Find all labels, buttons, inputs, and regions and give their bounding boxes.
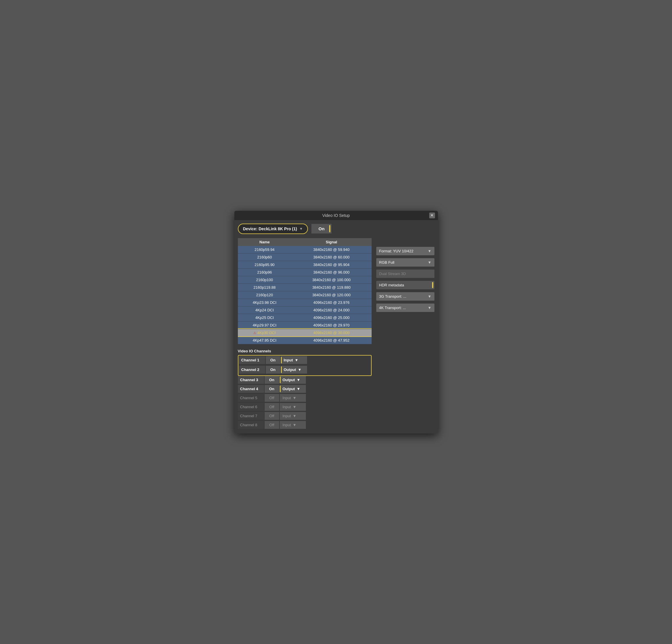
table-row[interactable]: 4Kp29.97 DCI4096x2160 @ 29.970 [238, 321, 372, 329]
channel-type-button[interactable]: Output ▼ [280, 385, 306, 393]
table-cell-name: 2160p95.90 [238, 261, 292, 268]
channel-status[interactable]: Off [265, 403, 279, 411]
table-cell-name: 4Kp29.97 DCI [238, 321, 292, 329]
channel-status[interactable]: Off [265, 394, 279, 402]
channel-row: Channel 2OnOutput ▼ [239, 366, 371, 374]
channels-title: Video IO Channels [238, 349, 372, 353]
table-row[interactable]: 2160p119.883840x2160 @ 119.880 [238, 283, 372, 291]
signal-table: Name Signal 2160p59.943840x2160 @ 59.940… [238, 238, 372, 344]
colorspace-dropdown[interactable]: RGB Full ▼ [376, 258, 434, 267]
channel-name: Channel 7 [238, 412, 264, 420]
channel-type-button[interactable]: Output ▼ [280, 376, 306, 384]
channel-name: Channel 2 [239, 366, 265, 374]
hdr-button[interactable]: HDR metadata [376, 281, 434, 289]
channel-name: Channel 6 [238, 403, 264, 411]
device-label: Device: DeckLink 8K Pro (1) [243, 227, 297, 231]
table-row[interactable]: 2160p95.903840x2160 @ 95.904 [238, 261, 372, 268]
transport-3g-dropdown[interactable]: 3G Transport: ... ▼ [376, 292, 434, 301]
format-arrow: ▼ [428, 249, 432, 253]
channel-type-arrow: ▼ [292, 405, 296, 409]
close-button[interactable]: ✕ [429, 212, 435, 218]
format-label: Format: YUV 10/422 [379, 249, 413, 253]
channels-section: Video IO Channels Channel 1OnInput ▼Chan… [238, 349, 372, 429]
channel-name: Channel 1 [239, 356, 265, 364]
table-row[interactable]: 2160p59.943840x2160 @ 59.940 [238, 246, 372, 254]
colorspace-arrow: ▼ [428, 260, 432, 265]
table-cell-signal: 3840x2160 @ 120.000 [291, 291, 371, 299]
table-row[interactable]: 2160p963840x2160 @ 96.000 [238, 268, 372, 276]
signal-table-wrapper[interactable]: Name Signal 2160p59.943840x2160 @ 59.940… [238, 238, 372, 344]
table-cell-signal: 3840x2160 @ 100.000 [291, 276, 371, 283]
channel-status[interactable]: Off [265, 421, 279, 429]
table-cell-signal: 4096x2160 @ 24.000 [291, 306, 371, 314]
table-row[interactable]: 4Kp47.95 DCI4096x2160 @ 47.952 [238, 336, 372, 344]
table-cell-name: 2160p120 [238, 291, 292, 299]
channel-type-button[interactable]: Input ▼ [280, 412, 306, 420]
channel-status[interactable]: On [266, 356, 280, 364]
table-cell-signal: 4096x2160 @ 47.952 [291, 336, 371, 344]
channel-type-button[interactable]: Output ▼ [281, 366, 307, 374]
table-row[interactable]: 2160p1203840x2160 @ 120.000 [238, 291, 372, 299]
table-cell-signal: 3840x2160 @ 96.000 [291, 268, 371, 276]
channel-type-arrow: ▼ [297, 378, 300, 382]
transport-3g-label: 3G Transport: ... [379, 294, 407, 299]
table-cell-name: 4Kp23.98 DCI [238, 299, 292, 306]
selected-row-icon: ⚠ [253, 331, 257, 335]
channel-row: Channel 6OffInput ▼ [238, 403, 372, 411]
on-toggle-label: On [319, 226, 324, 231]
table-body: 2160p59.943840x2160 @ 59.9402160p603840x… [238, 246, 372, 344]
channel-type-button[interactable]: Input ▼ [280, 421, 306, 429]
device-selector-button[interactable]: Device: DeckLink 8K Pro (1) ▼ [238, 223, 308, 234]
highlighted-channels-group: Channel 1OnInput ▼Channel 2OnOutput ▼ [238, 355, 372, 376]
table-cell-name: 4Kp24 DCI [238, 306, 292, 314]
channel-type-button[interactable]: Input ▼ [280, 403, 306, 411]
table-row[interactable]: 2160p1003840x2160 @ 100.000 [238, 276, 372, 283]
table-header: Name Signal [238, 238, 372, 246]
channel-type-button[interactable]: Input ▼ [280, 394, 306, 402]
table-cell-name: 2160p60 [238, 253, 292, 261]
transport-3g-arrow: ▼ [428, 294, 432, 299]
hdr-label: HDR metadata [379, 283, 404, 287]
format-dropdown[interactable]: Format: YUV 10/422 ▼ [376, 247, 434, 255]
main-content: Name Signal 2160p59.943840x2160 @ 59.940… [238, 238, 434, 430]
dual-stream-label: Dual Stream 3D [379, 271, 406, 276]
table-row[interactable]: 4Kp23.98 DCI4096x2160 @ 23.976 [238, 299, 372, 306]
channel-row: Channel 5OffInput ▼ [238, 394, 372, 402]
channel-type-arrow: ▼ [292, 414, 296, 418]
dialog-title: Video IO Setup [322, 213, 350, 218]
channel-status[interactable]: On [265, 376, 279, 384]
dual-stream-field: Dual Stream 3D [376, 269, 434, 278]
video-io-setup-dialog: Video IO Setup ✕ Device: DeckLink 8K Pro… [235, 211, 438, 434]
channel-name: Channel 4 [238, 385, 264, 393]
table-cell-signal: 4096x2160 @ 25.000 [291, 314, 371, 321]
table-cell-name: 2160p96 [238, 268, 292, 276]
table-row[interactable]: ⚠ 4Kp30 DCI4096x2160 @ 30.000 [238, 329, 372, 336]
table-cell-name: 4Kp47.95 DCI [238, 336, 292, 344]
channel-status[interactable]: Off [265, 412, 279, 420]
channel-type-arrow: ▼ [297, 387, 300, 391]
channels-container: Channel 1OnInput ▼Channel 2OnOutput ▼Cha… [238, 355, 372, 429]
channel-row: Channel 8OffInput ▼ [238, 421, 372, 429]
channel-status[interactable]: On [265, 385, 279, 393]
channel-row: Channel 1OnInput ▼ [239, 356, 371, 364]
table-row[interactable]: 4Kp24 DCI4096x2160 @ 24.000 [238, 306, 372, 314]
table-cell-signal: 3840x2160 @ 60.000 [291, 253, 371, 261]
channel-row: Channel 3OnOutput ▼ [238, 376, 372, 384]
table-cell-name: ⚠ 4Kp30 DCI [238, 329, 292, 336]
dialog-body: Device: DeckLink 8K Pro (1) ▼ On Name Si… [235, 220, 438, 434]
table-cell-name: 2160p119.88 [238, 283, 292, 291]
channel-status[interactable]: On [266, 366, 280, 374]
channel-type-button[interactable]: Input ▼ [281, 356, 307, 364]
transport-4k-dropdown[interactable]: 4K Transport: ... ▼ [376, 304, 434, 312]
title-bar: Video IO Setup ✕ [235, 211, 438, 220]
channel-row: Channel 4OnOutput ▼ [238, 385, 372, 393]
channel-type-arrow: ▼ [292, 423, 296, 427]
channel-type-arrow: ▼ [292, 396, 296, 400]
table-row[interactable]: 2160p603840x2160 @ 60.000 [238, 253, 372, 261]
table-row[interactable]: 4Kp25 DCI4096x2160 @ 25.000 [238, 314, 372, 321]
table-cell-name: 2160p100 [238, 276, 292, 283]
table-cell-signal: 4096x2160 @ 30.000 [291, 329, 371, 336]
transport-4k-arrow: ▼ [428, 306, 432, 310]
on-toggle-button[interactable]: On [311, 224, 332, 233]
channel-name: Channel 5 [238, 394, 264, 402]
